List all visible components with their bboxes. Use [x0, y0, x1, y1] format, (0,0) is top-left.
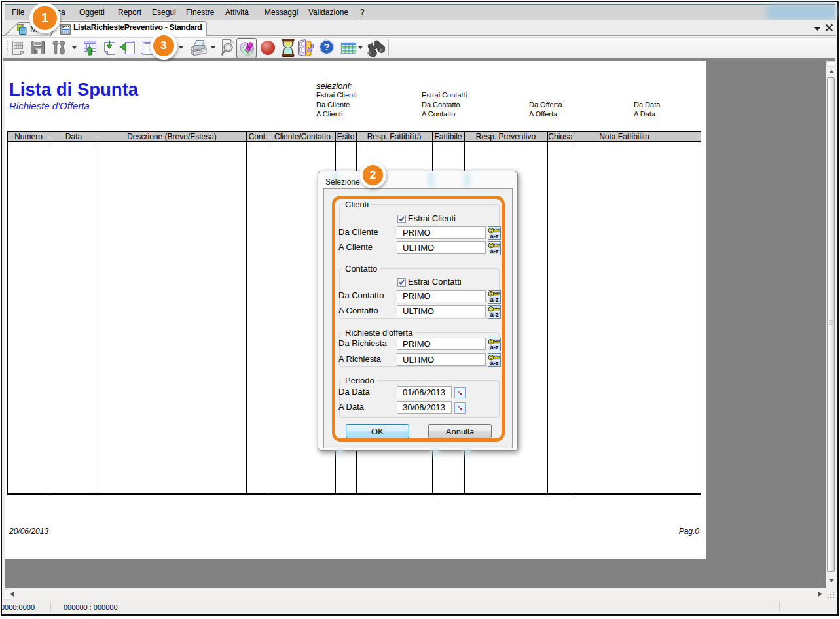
- svg-text:?: ?: [323, 41, 329, 52]
- svg-text:123: 123: [21, 29, 25, 31]
